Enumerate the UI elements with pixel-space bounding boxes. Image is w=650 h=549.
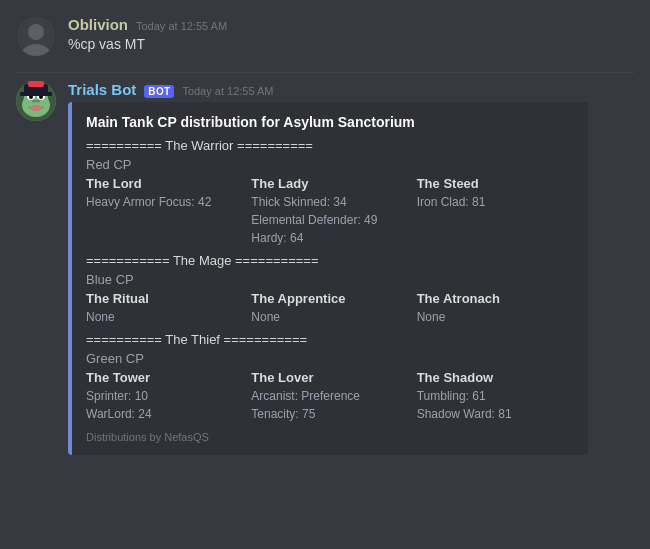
avatar-bot xyxy=(16,81,56,121)
thief-col-3: The Shadow Tumbling: 61 Shadow Ward: 81 xyxy=(417,370,574,423)
message-separator xyxy=(16,72,634,73)
mage-cp-label: Blue CP xyxy=(86,272,574,287)
thief-col-1-val-2: WarLord: 24 xyxy=(86,405,243,423)
warrior-col-3: The Steed Iron Clad: 81 xyxy=(417,176,574,247)
mage-divider: =========== The Mage =========== xyxy=(86,253,574,268)
svg-point-1 xyxy=(28,24,44,40)
mage-col-1: The Ritual None xyxy=(86,291,243,326)
mage-col-3-header: The Atronach xyxy=(417,291,574,306)
warrior-col-2-val-1: Thick Skinned: 34 xyxy=(251,193,408,211)
mage-col-1-header: The Ritual xyxy=(86,291,243,306)
thief-divider: ========== The Thief =========== xyxy=(86,332,574,347)
svg-point-10 xyxy=(30,105,42,111)
message-text-oblivion: %cp vas MT xyxy=(68,35,634,55)
svg-rect-15 xyxy=(28,81,44,87)
message-oblivion-content: Oblivion Today at 12:55 AM %cp vas MT xyxy=(68,16,634,56)
warrior-grid: The Lord Heavy Armor Focus: 42 The Lady … xyxy=(86,176,574,247)
mage-col-3: The Atronach None xyxy=(417,291,574,326)
warrior-col-3-val-1: Iron Clad: 81 xyxy=(417,193,574,211)
warrior-col-2-val-2: Elemental Defender: 49 xyxy=(251,211,408,229)
warrior-col-3-header: The Steed xyxy=(417,176,574,191)
warrior-cp-label: Red CP xyxy=(86,157,574,172)
thief-col-1-header: The Tower xyxy=(86,370,243,385)
warrior-divider: ========== The Warrior ========== xyxy=(86,138,574,153)
mage-col-1-val-1: None xyxy=(86,308,243,326)
bot-badge: BOT xyxy=(144,85,174,98)
embed-title: Main Tank CP distribution for Asylum San… xyxy=(86,114,574,130)
warrior-col-1-val-1: Heavy Armor Focus: 42 xyxy=(86,193,243,211)
bot-message-header: Trials Bot BOT Today at 12:55 AM xyxy=(68,81,634,98)
embed-footer: Distributions by NefasQS xyxy=(86,431,574,443)
mage-col-2: The Apprentice None xyxy=(251,291,408,326)
thief-cp-label: Green CP xyxy=(86,351,574,366)
timestamp-bot: Today at 12:55 AM xyxy=(182,85,273,97)
warrior-col-1: The Lord Heavy Armor Focus: 42 xyxy=(86,176,243,247)
warrior-col-2: The Lady Thick Skinned: 34 Elemental Def… xyxy=(251,176,408,247)
thief-col-1-val-1: Sprinter: 10 xyxy=(86,387,243,405)
username-oblivion: Oblivion xyxy=(68,16,128,33)
avatar-oblivion xyxy=(16,16,56,56)
username-bot: Trials Bot xyxy=(68,81,136,98)
message-list: Oblivion Today at 12:55 AM %cp vas MT xyxy=(0,0,650,479)
thief-col-1: The Tower Sprinter: 10 WarLord: 24 xyxy=(86,370,243,423)
svg-point-12 xyxy=(36,100,40,103)
warrior-col-2-header: The Lady xyxy=(251,176,408,191)
thief-grid: The Tower Sprinter: 10 WarLord: 24 The L… xyxy=(86,370,574,423)
thief-col-3-header: The Shadow xyxy=(417,370,574,385)
mage-grid: The Ritual None The Apprentice None The … xyxy=(86,291,574,326)
svg-point-11 xyxy=(32,100,36,103)
svg-rect-14 xyxy=(20,92,52,96)
thief-col-2-val-1: Arcanist: Preference xyxy=(251,387,408,405)
thief-col-3-val-1: Tumbling: 61 xyxy=(417,387,574,405)
thief-col-2-header: The Lover xyxy=(251,370,408,385)
embed: Main Tank CP distribution for Asylum San… xyxy=(68,102,588,455)
timestamp-oblivion: Today at 12:55 AM xyxy=(136,20,227,32)
thief-col-2-val-2: Tenacity: 75 xyxy=(251,405,408,423)
mage-col-2-header: The Apprentice xyxy=(251,291,408,306)
warrior-col-1-header: The Lord xyxy=(86,176,243,191)
message-oblivion: Oblivion Today at 12:55 AM %cp vas MT xyxy=(16,16,634,56)
message-bot-content: Trials Bot BOT Today at 12:55 AM Main Ta… xyxy=(68,81,634,455)
message-bot: Trials Bot BOT Today at 12:55 AM Main Ta… xyxy=(16,81,634,455)
message-header: Oblivion Today at 12:55 AM xyxy=(68,16,634,33)
mage-col-2-val-1: None xyxy=(251,308,408,326)
thief-col-2: The Lover Arcanist: Preference Tenacity:… xyxy=(251,370,408,423)
mage-col-3-val-1: None xyxy=(417,308,574,326)
thief-col-3-val-2: Shadow Ward: 81 xyxy=(417,405,574,423)
warrior-col-2-val-3: Hardy: 64 xyxy=(251,229,408,247)
